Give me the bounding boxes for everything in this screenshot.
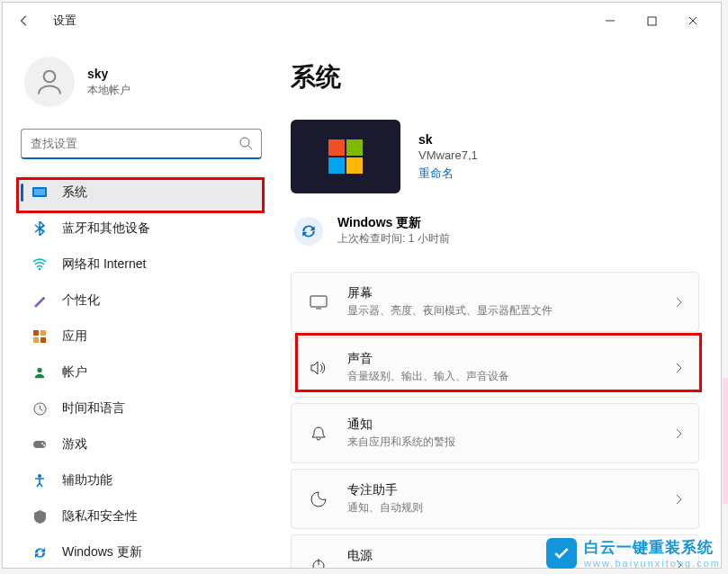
device-block: sk VMware7,1 重命名 [291,120,699,193]
card-notify[interactable]: 通知来自应用和系统的警报 [291,403,699,463]
svg-point-7 [39,268,41,271]
search-input[interactable] [21,129,262,159]
system-icon [31,184,48,201]
close-button[interactable] [672,6,714,35]
sidebar-item-label: 辅助功能 [62,472,112,489]
svg-point-2 [44,71,56,83]
sidebar-item-label: 蓝牙和其他设备 [62,220,150,237]
avatar [24,57,75,107]
watermark-url: www.baiyunxitong.com [584,558,721,569]
svg-point-15 [41,443,43,444]
windows-update-row[interactable]: Windows 更新 上次检查时间: 1 小时前 [291,215,699,247]
personalize-icon [31,292,48,309]
sidebar-item-label: 隐私和安全性 [62,508,138,525]
window-title: 设置 [53,13,76,29]
svg-rect-8 [33,330,39,336]
sidebar-item-privacy[interactable]: 隐私和安全性 [21,499,262,534]
sidebar-item-label: 个性化 [62,292,100,309]
sidebar-item-accounts[interactable]: 帐户 [21,355,262,390]
device-model: VMware7,1 [418,148,478,162]
sound-icon [308,361,329,375]
chevron-right-icon [675,363,682,373]
search-box [21,129,262,159]
card-title: 通知 [347,417,657,433]
watermark: 白云一键重装系统 www.baiyunxitong.com [546,537,721,569]
sidebar-item-update[interactable]: Windows 更新 [21,535,262,568]
back-button[interactable] [10,6,39,35]
sidebar-item-time[interactable]: 时间和语言 [21,391,262,426]
minimize-button[interactable] [589,6,631,35]
sidebar-item-network[interactable]: 网络和 Internet [21,247,262,282]
notify-icon [308,426,329,442]
svg-rect-9 [40,330,46,336]
svg-point-16 [43,444,45,446]
card-display[interactable]: 屏幕显示器、亮度、夜间模式、显示器配置文件 [291,272,699,332]
card-sound[interactable]: 声音音量级别、输出、输入、声音设备 [291,337,699,398]
user-block[interactable]: sky 本地帐户 [21,57,262,107]
user-name: sky [87,67,130,81]
sidebar-item-label: 系统 [62,184,87,201]
main-panel: 系统 sk VMware7,1 重命名 Windows 更新 上次检查时间: 1… [273,39,721,568]
watermark-badge-icon [546,538,577,569]
sidebar-item-label: 帐户 [62,364,87,381]
sidebar-item-label: Windows 更新 [62,544,142,561]
maximize-button[interactable] [631,6,672,35]
card-subtitle: 来自应用和系统的警报 [347,435,657,450]
card-subtitle: 通知、自动规则 [347,500,657,516]
svg-rect-11 [40,337,46,343]
sidebar-item-apps[interactable]: 应用 [21,319,262,354]
card-title: 屏幕 [347,285,657,301]
card-title: 声音 [347,351,657,367]
card-title: 专注助手 [347,482,657,498]
device-name: sk [418,132,478,147]
update-subtitle: 上次检查时间: 1 小时前 [337,231,450,247]
chevron-right-icon [675,494,682,505]
network-icon [31,256,48,273]
privacy-icon [31,508,48,525]
update-sync-icon [294,217,323,246]
svg-rect-10 [33,337,39,343]
sidebar-item-gaming[interactable]: 游戏 [21,427,262,462]
accessibility-icon [31,472,48,489]
svg-point-3 [240,138,249,147]
power-icon [308,557,329,569]
page-title: 系统 [291,60,699,94]
update-icon [31,544,48,561]
device-thumbnail [291,120,400,193]
sidebar-item-label: 应用 [62,328,87,345]
card-focus[interactable]: 专注助手通知、自动规则 [291,469,699,529]
display-icon [308,295,329,309]
svg-rect-1 [648,17,656,25]
nav-list: 系统蓝牙和其他设备网络和 Internet个性化应用帐户时间和语言游戏辅助功能隐… [21,175,262,568]
time-icon [31,400,48,417]
user-type: 本地帐户 [87,83,130,98]
focus-icon [308,491,329,507]
watermark-title: 白云一键重装系统 [584,537,721,558]
gaming-icon [31,436,48,453]
accounts-icon [31,364,48,381]
edge-decoration [723,378,728,504]
sidebar-item-bluetooth[interactable]: 蓝牙和其他设备 [21,211,262,246]
sidebar-item-personalize[interactable]: 个性化 [21,283,262,318]
search-icon [238,136,253,150]
svg-line-4 [248,146,252,149]
sidebar-item-accessibility[interactable]: 辅助功能 [21,463,262,498]
chevron-right-icon [675,297,682,308]
card-subtitle: 音量级别、输出、输入、声音设备 [347,369,657,384]
svg-rect-6 [34,189,45,195]
svg-rect-14 [33,441,46,448]
update-title: Windows 更新 [337,215,450,231]
sidebar-item-label: 游戏 [62,436,87,453]
sidebar-item-label: 网络和 Internet [62,256,146,273]
card-subtitle: 显示器、亮度、夜间模式、显示器配置文件 [347,303,657,318]
svg-point-12 [37,368,41,372]
sidebar-item-system[interactable]: 系统 [21,175,262,210]
sidebar-item-label: 时间和语言 [62,400,125,417]
windows-logo-icon [328,139,363,174]
apps-icon [31,328,48,345]
bluetooth-icon [31,220,48,237]
rename-link[interactable]: 重命名 [418,166,454,182]
sidebar: sky 本地帐户 系统蓝牙和其他设备网络和 Internet个性化应用帐户时间和… [3,39,273,568]
titlebar: 设置 [3,3,721,39]
svg-rect-18 [310,296,327,307]
